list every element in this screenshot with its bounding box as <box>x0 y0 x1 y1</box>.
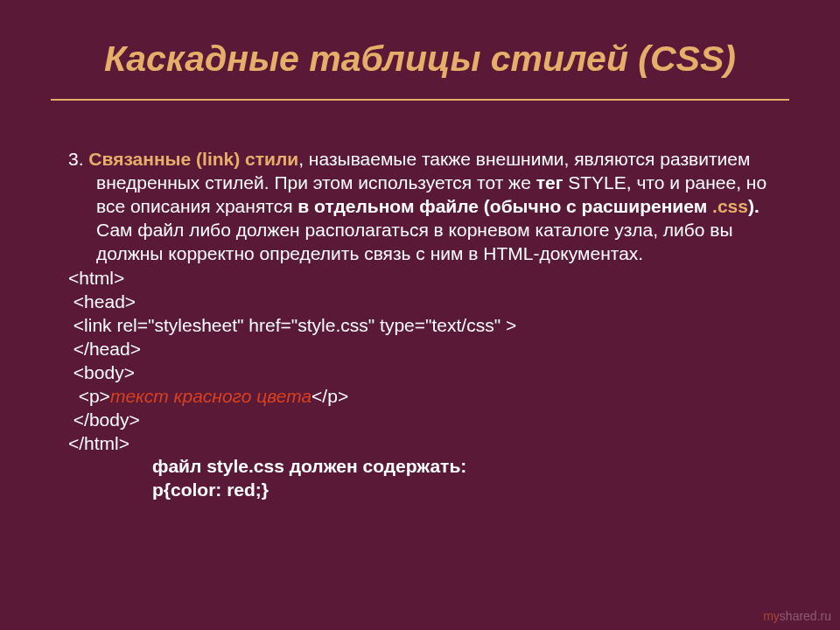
lead-term: Связанные (link) стили <box>88 149 298 169</box>
footer-note: файл style.css должен содержать: p{color… <box>152 455 780 502</box>
code-line: <link rel="stylesheet" href="style.css" … <box>68 314 780 338</box>
slide-title: Каскадные таблицы стилей (CSS) <box>51 38 789 101</box>
footer-line: p{color: red;} <box>152 479 780 502</box>
bold-text: ). <box>748 196 760 216</box>
list-number: 3. <box>68 149 84 169</box>
watermark: myshared.ru <box>763 609 831 623</box>
slide-content: 3. Связанные (link) стили, называемые та… <box>51 148 789 502</box>
code-line: </body> <box>68 409 780 432</box>
slide: Каскадные таблицы стилей (CSS) 3. Связан… <box>0 0 840 630</box>
watermark-prefix: my <box>763 609 780 623</box>
watermark-domain: shared.ru <box>780 609 831 623</box>
code-line: <head> <box>68 290 780 314</box>
code-example: <html> <head> <link rel="stylesheet" hre… <box>68 267 780 455</box>
paragraph: 3. Связанные (link) стили, называемые та… <box>96 148 780 265</box>
code-text: </p> <box>312 386 348 406</box>
text: Сам файл либо должен располагаться в кор… <box>96 220 733 263</box>
red-text: текст красного цвета <box>110 386 312 406</box>
ext-css: .css <box>712 196 748 216</box>
code-line: <body> <box>68 361 780 385</box>
code-line: <p>текст красного цвета</p> <box>68 385 780 409</box>
code-line: <html> <box>68 267 780 290</box>
code-line: </html> <box>68 432 780 456</box>
code-line: </head> <box>68 338 780 361</box>
code-text: <p> <box>68 386 110 406</box>
bold-text: тег <box>536 172 564 192</box>
bold-text: в отдельном файле (обычно с расширением <box>298 196 712 216</box>
footer-line: файл style.css должен содержать: <box>152 455 780 479</box>
